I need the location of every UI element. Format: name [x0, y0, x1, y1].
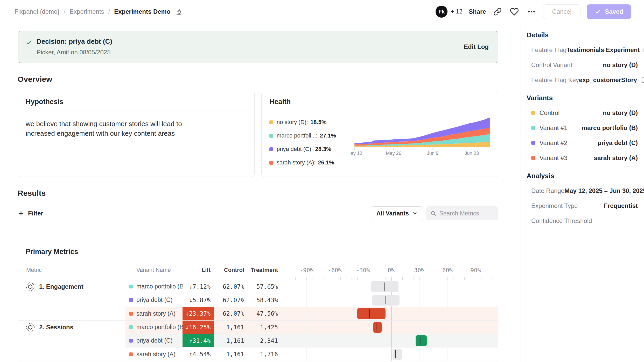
saved-button[interactable]: Saved [587, 4, 631, 19]
table-row-1-engagement-sarah-story-a[interactable]: sarah story (A) ↓23.37% 62.07% 47.56% [125, 307, 498, 320]
control-value: 62.07% [214, 297, 247, 303]
legend-color-chip [269, 161, 273, 165]
ellipsis-icon [527, 7, 536, 16]
metric-cell[interactable]: 2. Sessions [18, 321, 125, 334]
table-row-2-sessions-marco-portfolio-b[interactable]: marco portfolio (B) ↓16.25% 1,161 1,425 [125, 321, 498, 334]
ci-gridline [476, 347, 476, 361]
share-button[interactable]: Share [469, 8, 486, 15]
variant-name: sarah story (A) [136, 351, 176, 358]
sidebar-row-variant-2: Variant #2priya debt (C) [527, 139, 638, 147]
control-value: 62.07% [214, 283, 247, 290]
confidence-interval-bar[interactable] [416, 335, 427, 346]
sidebar-row-feature-flag-key: Feature Flag Keyexp_customerStory [527, 76, 638, 84]
ci-gridline [306, 307, 307, 320]
ci-gridline [419, 280, 419, 293]
external-link-button[interactable] [643, 46, 644, 54]
heart-icon [510, 7, 519, 16]
breadcrumb-current[interactable]: Experiments Demo [114, 8, 170, 15]
search-icon [430, 210, 436, 217]
breadcrumb-project[interactable]: Fixpanel {demo} [15, 8, 59, 15]
variant-cell: marco portfolio (B) [125, 324, 183, 331]
search-metrics-box [426, 206, 498, 220]
table-row-1-engagement-marco-portfolio-b[interactable]: marco portfolio (B) ↓7.12% 62.07% 57.65% [125, 280, 498, 293]
table-row-2-sessions-sarah-story-a[interactable]: sarah story (A) ↑4.54% 1,161 1,716 [125, 347, 498, 361]
confidence-interval-bar[interactable] [393, 349, 402, 360]
sidebar-row-value: marco portfolio (B) [582, 124, 638, 132]
legend-item-no-story-d[interactable]: no story (D): 18.5% [269, 119, 350, 126]
metric-cell[interactable]: 1. Engagement [18, 280, 125, 293]
breadcrumb-experiments[interactable]: Experiments [69, 8, 104, 15]
more-options-button[interactable] [526, 6, 537, 17]
chevron-down-icon [412, 211, 418, 216]
confidence-interval-bar[interactable] [371, 281, 398, 292]
table-header: Metric Variant Name Lift Control Treatme… [18, 262, 498, 276]
sidebar-row-label: Control [540, 109, 559, 117]
ci-axis-label: -60% [328, 267, 342, 273]
results-toolbar: Filter All Variants [18, 206, 498, 220]
legend-label: marco portfoli...: [277, 132, 318, 139]
ci-axis-label: 0% [388, 267, 395, 273]
ci-axis-label: 90% [471, 267, 481, 273]
add-metric-button[interactable]: Add [18, 361, 498, 362]
ci-tick [340, 277, 341, 280]
legend-item-marco-portfoli[interactable]: marco portfoli...: 27.1% [269, 132, 350, 139]
health-title: Health [262, 91, 498, 112]
legend-item-sarah-story-a[interactable]: sarah story (A): 26.1% [269, 159, 350, 166]
sidebar-row-control-variant: Control Variantno story (D) [527, 61, 638, 69]
edit-log-button[interactable]: Edit Log [464, 43, 489, 50]
ci-gridline [363, 293, 363, 307]
hypothesis-body[interactable]: we believe that showing customer stories… [18, 112, 220, 146]
search-metrics-input[interactable] [439, 210, 494, 217]
variants-dropdown[interactable]: All Variants [371, 206, 423, 220]
sidebar-row-value: exp_customerStory [579, 76, 637, 84]
ci-gridline [306, 293, 307, 307]
ci-axis-label: 30% [414, 267, 424, 273]
avatar-overflow-count[interactable]: + 12 [451, 8, 462, 15]
sidebar-row-variant-3: Variant #3sarah story (A) [527, 154, 638, 162]
confidence-interval-cell [288, 280, 494, 293]
variant-color-chip [531, 111, 535, 115]
confidence-interval-bar[interactable] [373, 322, 382, 333]
sidebar-row-label: Control Variant [531, 61, 572, 69]
ci-gridline [335, 321, 335, 334]
table-row-2-sessions-priya-debt-c[interactable]: priya debt (C) ↑31.4% 1,161 2,341 [125, 334, 498, 347]
variant-name: priya debt (C) [136, 296, 172, 303]
ci-tick [335, 277, 335, 280]
cancel-button[interactable]: Cancel [543, 4, 581, 19]
ci-tick [306, 277, 307, 280]
legend-item-priya-debt-c[interactable]: priya debt (C): 28.3% [269, 146, 350, 153]
control-value: 1,161 [214, 351, 247, 358]
column-treatment: Treatment [247, 267, 281, 273]
lift-marker [384, 283, 385, 291]
sidebar-row-value: sarah story (A) [594, 154, 638, 162]
copy-link-button[interactable] [492, 6, 503, 17]
variant-color-chip [129, 352, 133, 356]
sidebar-row-label: Feature Flag Key [531, 76, 579, 84]
add-filter-button[interactable]: Filter [18, 210, 43, 217]
experiments-page: Fixpanel {demo} / Experiments / Experime… [0, 0, 644, 362]
clipboard-button[interactable] [640, 76, 644, 84]
avatar[interactable]: Fk [436, 6, 447, 18]
variant-cell: priya debt (C) [125, 296, 183, 303]
sidebar-row-label: Experiment Type [531, 202, 578, 209]
column-lift: Lift [183, 267, 214, 273]
ci-tick [386, 277, 386, 280]
ci-tick [312, 277, 312, 280]
variants-section: Variants Controlno story (D)Variant #1ma… [527, 94, 638, 162]
ci-axis-label: -90% [300, 267, 313, 273]
ci-gridline [391, 334, 391, 347]
health-card: Health no story (D): 18.5% marco portfol… [261, 91, 498, 177]
confidence-interval-bar[interactable] [357, 308, 386, 319]
favorite-button[interactable] [509, 6, 520, 17]
health-axis-label: Jun 9 [427, 150, 439, 156]
treatment-value: 1,425 [247, 324, 281, 331]
variant-color-chip [129, 339, 133, 343]
ci-gridline [447, 334, 448, 347]
sidebar-row-value: no story (D) [603, 61, 638, 69]
confidence-interval-cell [288, 347, 494, 361]
table-row-1-engagement-priya-debt-c[interactable]: priya debt (C) ↓5.87% 62.07% 58.43% [125, 293, 498, 307]
confidence-interval-cell [288, 293, 494, 307]
column-variant: Variant Name [125, 267, 183, 273]
legend-value: 27.1% [320, 132, 336, 139]
sidebar-row-value: Frequentist [604, 202, 638, 209]
